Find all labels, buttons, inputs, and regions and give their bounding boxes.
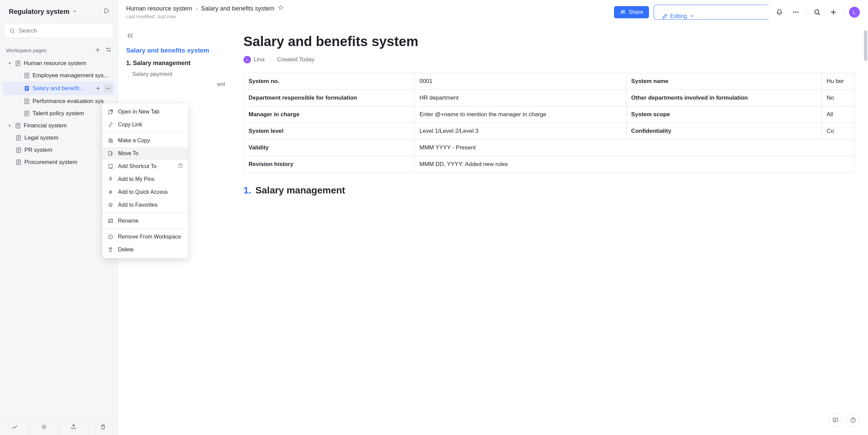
outline-h1[interactable]: 1. Salary management <box>126 60 226 67</box>
share-button[interactable]: Share <box>614 6 649 18</box>
chevron-down-icon <box>690 14 694 18</box>
tree-item-legal[interactable]: Legal system <box>3 132 115 144</box>
svg-point-29 <box>815 10 819 14</box>
tree-item-pr[interactable]: PR system <box>3 144 115 156</box>
search-icon <box>9 28 15 34</box>
document-body[interactable]: Salary and benefits system L Lina Create… <box>233 24 868 435</box>
ctx-remove-workspace[interactable]: Remove From Workspace <box>102 230 188 243</box>
scrollbar[interactable] <box>864 30 867 61</box>
workspace-section-label: Workspace pages <box>6 47 47 53</box>
pencil-icon <box>662 14 668 19</box>
ctx-add-shortcut[interactable]: Add Shortcut To <box>102 160 188 173</box>
author-avatar: L <box>243 56 251 63</box>
add-page-button[interactable] <box>95 47 101 54</box>
svg-rect-18 <box>110 140 113 143</box>
settings-button[interactable] <box>29 419 59 435</box>
search-input[interactable] <box>19 27 108 34</box>
sidebar-footer <box>0 418 118 435</box>
ctx-open-new-tab[interactable]: Open in New Tab <box>102 105 188 118</box>
svg-point-2 <box>110 50 111 51</box>
sidebar: Regulatory system Workspace pages Human … <box>0 0 118 435</box>
svg-point-28 <box>797 12 798 13</box>
svg-point-7 <box>108 88 109 89</box>
breadcrumb-current[interactable]: Salary and benefits system <box>201 5 274 12</box>
ctx-add-fav[interactable]: Add to Favorites <box>102 199 188 211</box>
breadcrumb-parent[interactable]: Human resource system <box>126 5 192 12</box>
analytics-button[interactable] <box>0 419 29 435</box>
main-area: Human resource system › Salary and benef… <box>118 0 868 435</box>
page-title[interactable]: Salary and benefits system <box>243 34 854 49</box>
ctx-copy-link[interactable]: Copy Link <box>102 118 188 131</box>
search-input-wrapper[interactable] <box>4 24 114 38</box>
help-button[interactable] <box>846 413 860 427</box>
tree-item-salary-benefits[interactable]: Salary and benefit... <box>3 82 115 95</box>
collapse-sidebar-button[interactable] <box>102 6 112 17</box>
tree-item-talent-policy[interactable]: Talent policy system <box>3 107 115 120</box>
svg-point-25 <box>623 10 625 12</box>
tree-item-hr-system[interactable]: Human resource system <box>3 57 115 69</box>
share-footer-button[interactable] <box>59 419 88 435</box>
info-table[interactable]: System no.0001System nameHu ber Departme… <box>243 73 854 173</box>
outline-collapse-button[interactable] <box>126 32 226 41</box>
more-actions-button[interactable] <box>104 84 112 92</box>
tree-item-performance[interactable]: Performance evaluation sys <box>3 95 115 107</box>
author-name[interactable]: Lina <box>254 56 264 63</box>
tree-item-procurement[interactable]: Procurement system <box>3 156 115 168</box>
ctx-make-copy[interactable]: Make a Copy <box>102 134 188 147</box>
tree-item-financial[interactable]: Financial system <box>3 120 115 132</box>
context-menu: Open in New Tab Copy Link Make a Copy Mo… <box>102 103 188 258</box>
notifications-button[interactable] <box>774 6 785 18</box>
share-icon <box>620 9 626 15</box>
breadcrumb: Human resource system › Salary and benef… <box>126 5 284 13</box>
add-child-button[interactable] <box>94 84 102 92</box>
new-button[interactable] <box>828 6 839 18</box>
ctx-rename[interactable]: Rename <box>102 214 188 227</box>
trash-button[interactable] <box>88 419 118 435</box>
svg-point-24 <box>621 11 623 12</box>
help-icon[interactable] <box>178 163 183 170</box>
outline-sub-1[interactable]: Salary payment <box>126 71 226 78</box>
svg-rect-17 <box>109 139 112 142</box>
chevron-down-icon <box>72 9 77 14</box>
ctx-add-pins[interactable]: Add to My Pins <box>102 173 188 186</box>
ctx-delete[interactable]: Delete <box>102 243 188 256</box>
document-meta: L Lina Created Today <box>243 56 854 63</box>
comments-button[interactable] <box>829 413 842 427</box>
svg-point-15 <box>43 426 45 428</box>
section-heading-1[interactable]: 1. Salary management <box>243 185 854 196</box>
svg-point-1 <box>107 48 108 49</box>
workspace-title[interactable]: Regulatory system <box>9 8 77 16</box>
editing-mode-button[interactable]: Editing <box>654 5 769 20</box>
favorite-toggle[interactable] <box>278 5 284 13</box>
svg-point-27 <box>795 12 796 13</box>
topbar: Human resource system › Salary and benef… <box>118 0 868 24</box>
svg-point-26 <box>793 12 794 13</box>
ctx-add-quick[interactable]: Add to Quick Access <box>102 186 188 199</box>
outline-sub-2-partial[interactable]: ent <box>126 81 226 88</box>
last-modified-label: Last modified: Just now <box>126 14 284 19</box>
tree-item-employee-mgmt[interactable]: Employee management sys... <box>3 69 115 82</box>
search-button[interactable] <box>811 6 823 18</box>
user-avatar[interactable]: L <box>849 7 860 18</box>
page-tree: Human resource system Employee managemen… <box>0 56 118 418</box>
outline-title[interactable]: Salary and benefits system <box>126 47 226 54</box>
svg-rect-30 <box>833 418 838 421</box>
ctx-move-to[interactable]: Move To <box>102 147 188 160</box>
svg-point-0 <box>10 29 14 33</box>
created-label: Created Today <box>277 56 314 63</box>
more-button[interactable] <box>790 6 802 18</box>
svg-point-6 <box>106 88 107 89</box>
page-settings-button[interactable] <box>105 47 112 54</box>
svg-point-8 <box>109 88 110 89</box>
